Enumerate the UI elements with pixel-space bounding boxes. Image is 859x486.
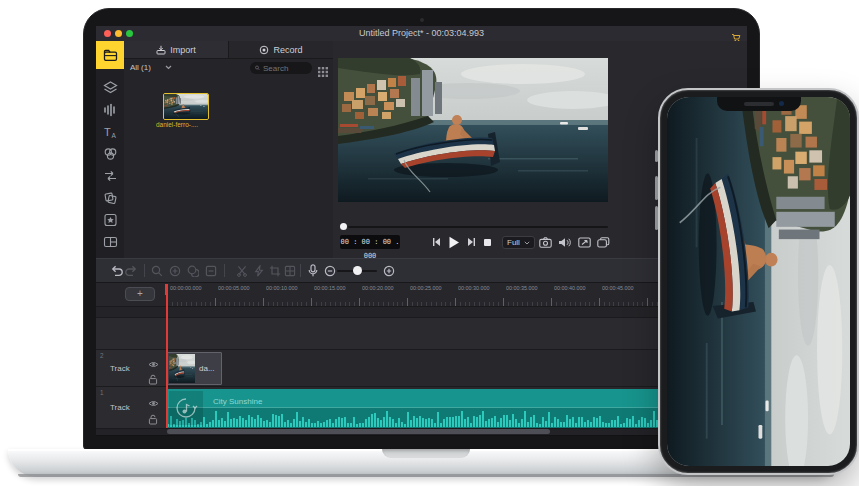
sidebar-item-text[interactable]: TA: [96, 121, 124, 143]
overlay-squares-icon: [103, 191, 118, 205]
sidebar-item-stock[interactable]: [96, 77, 124, 99]
zoom-select-button[interactable]: [149, 263, 164, 278]
sidebar-item-media[interactable]: [96, 41, 124, 69]
star-badge-icon: [103, 213, 118, 227]
detach-window-button[interactable]: [597, 234, 610, 252]
zoom-out-icon: [324, 265, 336, 277]
phone-mockup: [658, 88, 859, 475]
sidebar-item-audio[interactable]: [96, 99, 124, 121]
track-label: Track: [110, 350, 130, 386]
mosaic-icon: [284, 265, 296, 277]
mosaic-button[interactable]: [282, 263, 297, 278]
phone-video-frame: [667, 97, 850, 466]
sidebar-item-elements[interactable]: [96, 209, 124, 231]
track-2-header: 2 Track: [96, 350, 167, 386]
ruler-label: 00:00:20.000: [362, 285, 394, 291]
media-search[interactable]: [250, 62, 312, 74]
stop-button[interactable]: [483, 238, 492, 247]
fullscreen-button[interactable]: [578, 234, 591, 252]
tool-sidebar: TA: [96, 41, 124, 258]
tab-record-label: Record: [273, 45, 302, 55]
toolbar-separator: [300, 264, 301, 277]
import-icon: [156, 45, 166, 55]
layers-icon: [103, 81, 118, 95]
folder-icon: [103, 48, 118, 62]
undo-button[interactable]: [109, 263, 124, 278]
track-number: 1: [100, 389, 104, 396]
ruler-label: 00:00:10.000: [266, 285, 298, 291]
track-number: 2: [100, 352, 104, 359]
duplicate-button[interactable]: [185, 263, 200, 278]
scrub-bar[interactable]: [348, 226, 608, 228]
media-item-thumbnail[interactable]: [163, 93, 209, 120]
chevron-down-icon: [524, 241, 530, 245]
media-item-name: daniel-ferro-....: [156, 121, 199, 128]
timeline-playhead[interactable]: [166, 285, 168, 428]
ruler-label: 00:00:25.000: [410, 285, 442, 291]
voiceover-button[interactable]: [305, 263, 320, 278]
timeline-zoom-knob[interactable]: [353, 266, 362, 275]
sidebar-item-overlays[interactable]: [96, 187, 124, 209]
lock-icon: [148, 414, 158, 425]
speed-button[interactable]: [251, 263, 266, 278]
media-search-input[interactable]: [263, 64, 307, 73]
phone-volume-down-button: [655, 206, 658, 230]
ruler-label: 00:00:30.000: [458, 285, 490, 291]
chevron-down-icon: [165, 65, 172, 70]
detach-icon: [597, 237, 610, 248]
crop-button[interactable]: [267, 263, 282, 278]
svg-text:T: T: [104, 126, 111, 138]
timeline-zoom-in-button[interactable]: [381, 263, 396, 278]
volume-button[interactable]: [558, 234, 571, 252]
volume-icon: [558, 237, 571, 248]
add-marker-button[interactable]: [167, 263, 182, 278]
circle-copy-icon: [187, 265, 199, 277]
timeline-ruler[interactable]: + 00:00:00.00000:00:05.00000:00:10.00000…: [96, 283, 747, 307]
tab-record[interactable]: Record: [228, 41, 333, 59]
delete-button[interactable]: [203, 263, 218, 278]
music-badge: [169, 391, 203, 425]
undo-icon: [110, 265, 123, 277]
redo-button[interactable]: [124, 263, 139, 278]
timeline-bottom-edge: [96, 435, 747, 436]
preview-video[interactable]: [338, 58, 608, 202]
play-button[interactable]: [448, 236, 460, 249]
audio-clip-label: City Sunshine: [213, 397, 262, 406]
transport-controls: [432, 235, 492, 249]
preview-zoom-select[interactable]: Full: [502, 236, 535, 249]
media-filter-dropdown[interactable]: All (1): [130, 63, 172, 72]
record-icon: [259, 45, 269, 55]
track-visibility-toggle[interactable]: [148, 394, 159, 412]
step-back-button[interactable]: [432, 237, 441, 247]
step-forward-button[interactable]: [467, 237, 476, 247]
filters-circles-icon: [103, 147, 118, 161]
tab-import[interactable]: Import: [124, 41, 228, 59]
video-editor-window: Untitled Project* - 00:03:04.993 TA: [96, 26, 747, 436]
track-lock-toggle[interactable]: [148, 411, 158, 429]
lock-icon: [148, 374, 158, 385]
media-thumbnail-image: [164, 94, 208, 119]
add-track-button[interactable]: +: [125, 287, 155, 301]
svg-text:A: A: [111, 132, 116, 139]
video-clip-label: da...: [199, 364, 215, 373]
redo-icon: [125, 265, 138, 277]
camera-icon: [539, 237, 552, 248]
video-clip[interactable]: da...: [167, 352, 222, 385]
snapshot-button[interactable]: [539, 234, 552, 252]
fullscreen-icon: [578, 237, 591, 248]
split-screen-icon: [103, 235, 118, 249]
phone-screen: [667, 97, 850, 466]
timeline-playhead-cap[interactable]: [165, 284, 168, 295]
laptop-lid-notch: [382, 449, 470, 458]
microphone-icon: [308, 264, 318, 277]
sidebar-item-filters[interactable]: [96, 143, 124, 165]
scissors-icon: [236, 265, 248, 277]
timeline-horizontal-scrollbar[interactable]: [167, 429, 550, 434]
grid-view-icon: [318, 67, 328, 77]
timeline-zoom-out-button[interactable]: [322, 263, 337, 278]
sidebar-item-transitions[interactable]: [96, 165, 124, 187]
scrub-playhead-knob[interactable]: [340, 223, 347, 230]
sidebar-item-split-screen[interactable]: [96, 231, 124, 253]
cut-button[interactable]: [234, 263, 249, 278]
grid-view-button[interactable]: [318, 63, 328, 81]
